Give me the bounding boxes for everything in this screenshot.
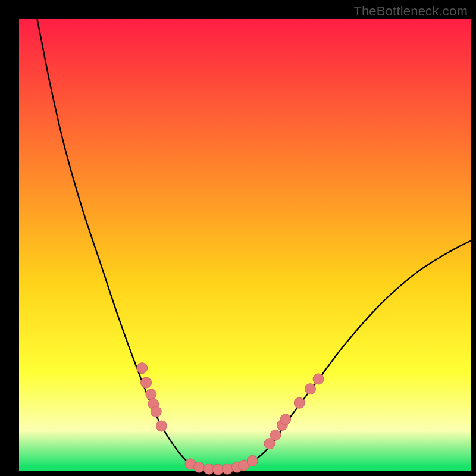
bottleneck-curve-chart: [0, 0, 476, 476]
data-point: [270, 430, 281, 440]
data-point: [146, 389, 156, 400]
watermark-text: TheBottleneck.com: [353, 4, 468, 19]
data-point: [280, 414, 291, 425]
data-point: [222, 464, 233, 474]
data-point: [151, 406, 161, 417]
data-point: [305, 384, 315, 394]
data-point: [294, 397, 305, 408]
plot-background-gradient: [19, 19, 471, 471]
data-point: [313, 374, 324, 384]
data-point: [212, 464, 223, 475]
data-point: [193, 462, 204, 472]
data-point: [137, 363, 148, 374]
data-point: [247, 456, 258, 466]
data-point: [141, 377, 152, 388]
data-point: [156, 421, 167, 431]
chart-frame: TheBottleneck.com: [0, 0, 476, 476]
